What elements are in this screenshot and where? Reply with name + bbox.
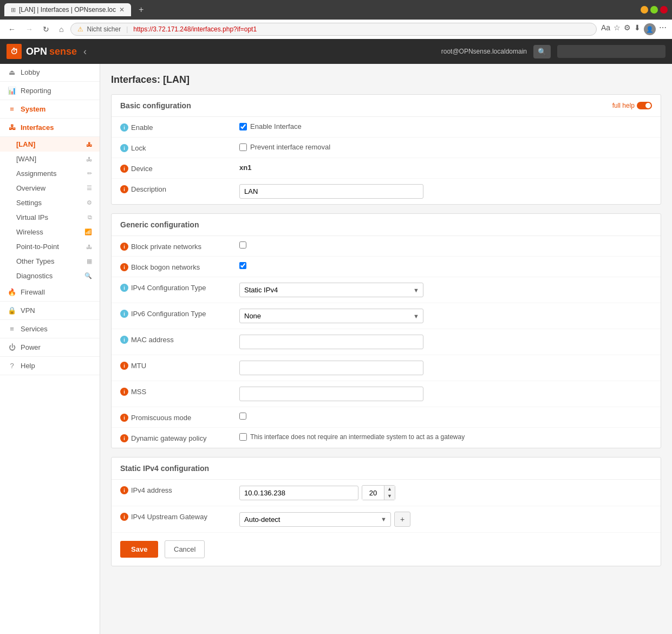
back-button[interactable]: ← bbox=[5, 24, 18, 35]
block-private-info-icon[interactable]: i bbox=[120, 243, 128, 251]
ipv6-type-select[interactable]: None Static IPv6 DHCPv6 SLAAC bbox=[239, 309, 423, 323]
enable-label: i Enable bbox=[120, 122, 239, 132]
lock-checkbox[interactable] bbox=[239, 143, 247, 151]
sidebar-sub-wireless[interactable]: Wireless 📶 bbox=[0, 225, 100, 239]
mtu-input[interactable] bbox=[239, 361, 423, 375]
add-gateway-button[interactable]: + bbox=[394, 512, 410, 527]
promiscuous-control bbox=[239, 413, 652, 421]
sidebar-sub-point-to-point[interactable]: Point-to-Point 🖧 bbox=[0, 239, 100, 254]
cidr-up-button[interactable]: ▲ bbox=[384, 486, 395, 493]
description-input[interactable] bbox=[239, 184, 423, 199]
mss-row: i MSS bbox=[112, 381, 661, 407]
ipv4-type-select[interactable]: Static IPv4 DHCP PPPoE None bbox=[239, 283, 423, 297]
cidr-input[interactable] bbox=[362, 486, 384, 500]
cancel-button[interactable]: Cancel bbox=[165, 540, 205, 558]
ipv6-type-info-icon[interactable]: i bbox=[120, 310, 128, 318]
description-info-icon[interactable]: i bbox=[120, 185, 128, 193]
promiscuous-checkbox[interactable] bbox=[239, 413, 246, 420]
sidebar-sub-lan[interactable]: [LAN] 🖧 bbox=[0, 137, 100, 152]
maximize-button[interactable] bbox=[650, 6, 658, 14]
sidebar-item-vpn[interactable]: 🔒 VPN bbox=[0, 302, 100, 320]
enable-info-icon[interactable]: i bbox=[120, 123, 128, 132]
home-button[interactable]: ⌂ bbox=[56, 24, 66, 35]
extension-icon[interactable]: ⚙ bbox=[624, 23, 631, 35]
upstream-gw-select[interactable]: Auto-detect bbox=[239, 512, 391, 527]
dynamic-gw-checkbox[interactable] bbox=[239, 433, 247, 441]
lock-control: Prevent interface removal bbox=[239, 143, 652, 151]
sidebar-sub-virtual-ips[interactable]: Virtual IPs ⧉ bbox=[0, 210, 100, 225]
generic-config-header: Generic configuration bbox=[112, 214, 661, 236]
upstream-gw-info-icon[interactable]: i bbox=[120, 513, 128, 521]
tab-close-button[interactable]: ✕ bbox=[119, 6, 125, 14]
static-ipv4-header: Static IPv4 configuration bbox=[112, 457, 661, 480]
lan-sub-icon: 🖧 bbox=[86, 141, 92, 148]
block-bogon-row: i Block bogon networks bbox=[112, 257, 661, 277]
sidebar-item-reporting[interactable]: 📊 Reporting bbox=[0, 82, 100, 100]
search-icon[interactable]: 🔍 bbox=[533, 45, 551, 58]
top-nav-right: root@OPNsense.localdomain 🔍 bbox=[441, 45, 666, 58]
close-button[interactable] bbox=[660, 6, 668, 14]
cidr-arrows: ▲ ▼ bbox=[384, 486, 395, 500]
mac-info-icon[interactable]: i bbox=[120, 336, 128, 344]
block-private-checkbox[interactable] bbox=[239, 241, 246, 249]
sidebar-item-services[interactable]: ≡ Services bbox=[0, 320, 100, 338]
user-avatar[interactable]: 👤 bbox=[644, 23, 656, 35]
sidebar-sub-settings[interactable]: Settings ⚙ bbox=[0, 195, 100, 210]
sidebar-item-help[interactable]: ? Help bbox=[0, 357, 100, 375]
block-bogon-info-icon[interactable]: i bbox=[120, 263, 128, 271]
mtu-info-icon[interactable]: i bbox=[120, 362, 128, 370]
reader-icon[interactable]: Aa bbox=[601, 23, 610, 35]
browser-chrome: ⊞ [LAN] | Interfaces | OPNsense.loc ✕ + bbox=[0, 0, 672, 19]
sidebar-sub-diagnostics[interactable]: Diagnostics 🔍 bbox=[0, 269, 100, 283]
basic-config-header: Basic configuration full help bbox=[112, 95, 661, 117]
sidebar-item-firewall[interactable]: 🔥 Firewall bbox=[0, 283, 100, 302]
wan-sub-icon: 🖧 bbox=[86, 156, 92, 162]
mss-info-icon[interactable]: i bbox=[120, 388, 128, 396]
block-bogon-checkbox[interactable] bbox=[239, 262, 246, 269]
lock-info-icon[interactable]: i bbox=[120, 144, 128, 152]
dynamic-gw-info-icon[interactable]: i bbox=[120, 434, 128, 442]
cidr-down-button[interactable]: ▼ bbox=[384, 493, 395, 500]
sidebar-sub-wan[interactable]: [WAN] 🖧 bbox=[0, 152, 100, 166]
new-tab-button[interactable]: + bbox=[135, 4, 147, 16]
sidebar-item-interfaces[interactable]: 🖧 Interfaces bbox=[0, 119, 100, 137]
mac-input[interactable] bbox=[239, 335, 423, 349]
ipv4-type-info-icon[interactable]: i bbox=[120, 284, 128, 292]
toggle-sidebar-button[interactable]: ‹ bbox=[83, 46, 87, 57]
menu-icon[interactable]: ⋯ bbox=[659, 23, 667, 35]
mss-input[interactable] bbox=[239, 387, 423, 401]
sidebar-sub-other-types[interactable]: Other Types ▦ bbox=[0, 254, 100, 269]
minimize-button[interactable] bbox=[641, 6, 648, 14]
url-bar[interactable]: ⚠ Nicht sicher | https://3.72.171.248/in… bbox=[70, 23, 596, 36]
enable-checkbox-label[interactable]: Enable Interface bbox=[239, 122, 652, 130]
forward-button[interactable]: → bbox=[23, 24, 36, 35]
dynamic-gw-checkbox-label[interactable]: This interface does not require an inter… bbox=[239, 433, 652, 441]
star-icon[interactable]: ☆ bbox=[614, 23, 621, 35]
reporting-icon: 📊 bbox=[8, 87, 16, 95]
upstream-gw-select-wrap: Auto-detect ▼ bbox=[239, 512, 391, 527]
sidebar-item-power[interactable]: ⏻ Power bbox=[0, 338, 100, 357]
sidebar-item-label: VPN bbox=[21, 306, 35, 315]
reload-button[interactable]: ↻ bbox=[40, 24, 52, 35]
sidebar-item-label: Services bbox=[21, 325, 48, 333]
sidebar-sub-overview[interactable]: Overview ☰ bbox=[0, 181, 100, 195]
promiscuous-info-icon[interactable]: i bbox=[120, 414, 128, 422]
device-info-icon[interactable]: i bbox=[120, 165, 128, 173]
save-button[interactable]: Save bbox=[120, 541, 158, 558]
download-icon[interactable]: ⬇ bbox=[634, 23, 641, 35]
promiscuous-label: i Promiscuous mode bbox=[120, 413, 239, 422]
sidebar-item-lobby[interactable]: ⏏ Lobby bbox=[0, 63, 100, 82]
sidebar-item-system[interactable]: ≡ System bbox=[0, 100, 100, 119]
full-help-toggle[interactable]: full help bbox=[612, 102, 652, 109]
sidebar-sub-assignments[interactable]: Assignments ✏ bbox=[0, 166, 100, 181]
ipv4-type-row: i IPv4 Configuration Type Static IPv4 DH… bbox=[112, 277, 661, 303]
logo-icon: ⏱ bbox=[6, 44, 22, 59]
ipv4-address-input[interactable] bbox=[239, 486, 358, 500]
ipv4-type-label: i IPv4 Configuration Type bbox=[120, 283, 239, 292]
settings-sub-icon: ⚙ bbox=[87, 199, 92, 206]
enable-checkbox[interactable] bbox=[239, 123, 247, 130]
lock-checkbox-label[interactable]: Prevent interface removal bbox=[239, 143, 652, 151]
ipv4-address-info-icon[interactable]: i bbox=[120, 486, 128, 494]
search-input[interactable] bbox=[557, 45, 666, 58]
browser-tab[interactable]: ⊞ [LAN] | Interfaces | OPNsense.loc ✕ bbox=[4, 3, 131, 16]
